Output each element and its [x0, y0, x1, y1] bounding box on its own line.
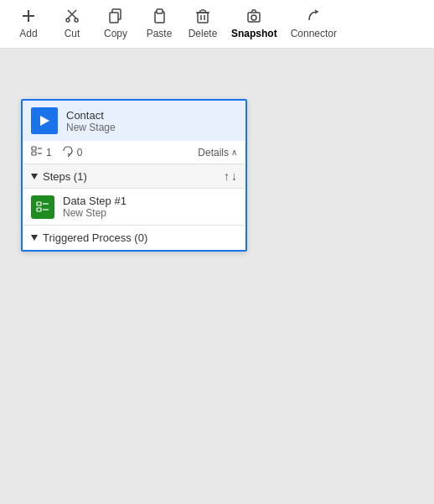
triggered-triangle-icon [31, 235, 38, 241]
cut-icon [65, 8, 80, 26]
svg-rect-21 [32, 152, 36, 155]
svg-marker-19 [40, 116, 49, 126]
toolbar-paste[interactable]: Paste [137, 5, 181, 43]
paste-icon [152, 8, 167, 26]
loops-meta-icon [62, 145, 74, 159]
svg-rect-9 [157, 9, 163, 13]
connector-label: Connector [291, 28, 337, 39]
step-title-group: Data Step #1 New Step [63, 195, 127, 219]
step-item[interactable]: Data Step #1 New Step [23, 189, 245, 226]
svg-point-18 [251, 15, 256, 20]
loops-meta-count: 0 [77, 147, 83, 158]
add-label: Add [19, 28, 37, 39]
delete-label: Delete [189, 28, 218, 39]
snapshot-icon [246, 8, 261, 26]
cut-label: Cut [65, 28, 80, 39]
steps-section-header: Steps (1) ↑ ↓ [23, 164, 245, 189]
sort-up-icon[interactable]: ↑ [224, 169, 230, 183]
svg-rect-10 [198, 13, 208, 23]
delete-icon [195, 8, 210, 26]
toolbar-delete[interactable]: Delete [181, 5, 225, 43]
snapshot-label: Snapshot [231, 28, 277, 39]
copy-label: Copy [104, 28, 127, 39]
svg-rect-7 [110, 13, 118, 23]
svg-rect-24 [37, 202, 41, 205]
svg-point-5 [75, 18, 78, 22]
svg-rect-25 [37, 208, 41, 211]
step-name: Data Step #1 [63, 195, 127, 207]
stage-card: Contact New Stage 1 [21, 99, 247, 252]
step-subtitle: New Step [63, 207, 127, 219]
stage-name: Contact [66, 109, 116, 122]
add-icon [21, 8, 36, 26]
chevron-up-icon: ∧ [231, 148, 237, 157]
toolbar: Add Cut Copy Paste [0, 0, 434, 49]
stage-title-group: Contact New Stage [66, 109, 116, 133]
step-type-icon [31, 195, 54, 219]
details-button[interactable]: Details ∧ [198, 147, 237, 158]
toolbar-connector[interactable]: Connector [284, 5, 344, 43]
toolbar-add[interactable]: Add [7, 5, 50, 43]
stage-type-icon [31, 107, 58, 134]
steps-section-title: Steps (1) [43, 170, 224, 183]
details-label: Details [198, 147, 229, 158]
toolbar-snapshot[interactable]: Snapshot [225, 5, 284, 43]
sort-down-icon[interactable]: ↓ [231, 169, 237, 183]
steps-triangle-icon [31, 174, 38, 179]
steps-meta-icon [31, 145, 43, 159]
steps-meta: 1 [31, 145, 52, 159]
stage-header: Contact New Stage [23, 101, 245, 141]
toolbar-cut[interactable]: Cut [50, 5, 94, 43]
triggered-section-title: Triggered Process (0) [43, 231, 237, 244]
paste-label: Paste [147, 28, 173, 39]
svg-point-4 [66, 18, 70, 22]
steps-sort-icons: ↑ ↓ [224, 169, 237, 183]
stage-meta: 1 0 Details ∧ [23, 141, 245, 164]
canvas: Contact New Stage 1 [0, 49, 434, 504]
triggered-section-header: Triggered Process (0) [23, 226, 245, 250]
connector-icon [306, 8, 321, 26]
svg-rect-20 [32, 147, 36, 150]
toolbar-copy[interactable]: Copy [94, 5, 137, 43]
loops-meta: 0 [62, 145, 83, 159]
stage-subtitle: New Stage [66, 122, 116, 133]
copy-icon [108, 8, 123, 26]
steps-meta-count: 1 [46, 147, 52, 158]
